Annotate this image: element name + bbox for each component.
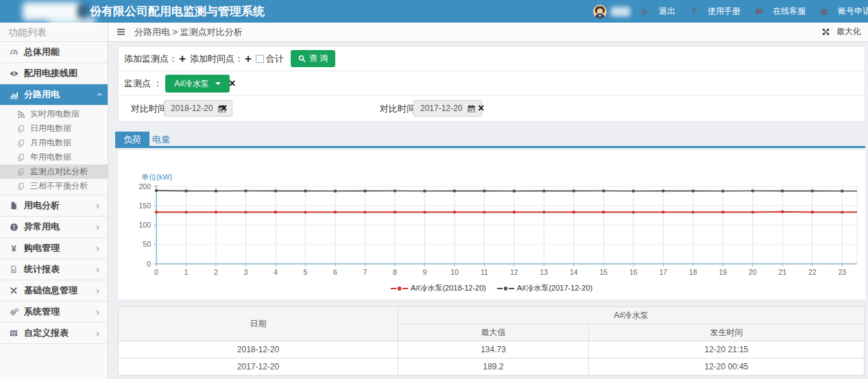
row-max-value: 189.2	[398, 358, 589, 376]
sidebar-item-custom-report[interactable]: 自定义报表›	[0, 323, 108, 344]
sidebar-subitem-monthly-data[interactable]: 月用电数据	[0, 136, 108, 150]
svg-text:15: 15	[599, 268, 607, 276]
svg-text:100: 100	[138, 221, 151, 229]
comparison-line-chart: 0501001502000123456789101112131415161718…	[118, 150, 865, 299]
copy-icon	[16, 168, 26, 176]
sidebar-subitem-daily-data[interactable]: 日用电数据	[0, 121, 108, 136]
table-header-time: 发生时间	[589, 324, 865, 341]
remove-compare-date-2-button[interactable]: ×	[478, 103, 484, 114]
svg-text:6: 6	[333, 268, 337, 276]
sidebar-item-wiring-diagram[interactable]: 配用电接线图	[0, 63, 108, 84]
filter-row-monitor: 监测点 ： A#冷水泵 ×	[119, 71, 865, 96]
file-icon	[8, 201, 19, 210]
chevron-up-icon: ›	[94, 93, 105, 97]
svg-text:5: 5	[304, 268, 308, 276]
briefcase-icon	[819, 8, 830, 16]
app-root: 份有限公司配用电监测与管理系统 退出?使用手册在线客服账号申请 功能列表 总体用…	[0, 0, 868, 379]
tab-energy[interactable]: 电量	[144, 132, 178, 148]
sidebar-item-branch-power[interactable]: 分路用电›	[0, 84, 108, 106]
sidebar-item-abnormal-power[interactable]: 异常用电›	[0, 217, 108, 238]
svg-text:0: 0	[147, 260, 151, 268]
table-header-date: 日期	[119, 307, 398, 341]
sidebar-item-label: 用电分析	[24, 199, 60, 212]
sidebar-item-overall-energy[interactable]: 总体用能	[0, 42, 108, 63]
user-nav: 退出?使用手册在线客服账号申请	[593, 0, 868, 23]
sidebar-submenu-branch-power: 实时用电数据日用电数据月用电数据年用电数据监测点对比分析三相不平衡分析	[0, 106, 108, 195]
maximize-button[interactable]: 最大化	[821, 26, 861, 38]
copy-icon	[16, 139, 26, 147]
sidebar-item-stats-report[interactable]: 统计报表›	[0, 259, 108, 280]
legend-item[interactable]: A#冷水泵(2017-12-20)	[497, 283, 592, 293]
hamburger-menu-icon[interactable]	[116, 28, 125, 36]
chevron-right-icon: ›	[96, 306, 99, 317]
grid-icon	[8, 329, 19, 337]
legend-label: A#冷水泵(2018-12-20)	[411, 283, 486, 293]
top-header: 份有限公司配用电监测与管理系统 退出?使用手册在线客服账号申请	[0, 0, 868, 23]
sidebar-item-system-mgmt[interactable]: 系统管理›	[0, 302, 108, 323]
sidebar-item-label: 购电管理	[24, 242, 60, 254]
svg-text:0: 0	[154, 268, 158, 276]
svg-text:16: 16	[629, 268, 638, 276]
query-button[interactable]: 查 询	[291, 50, 335, 67]
nav-online-service[interactable]: 在线客服	[754, 5, 806, 17]
svg-text:2: 2	[214, 268, 218, 276]
sidebar-subitem-label: 年用电数据	[30, 151, 71, 163]
eye-icon	[8, 69, 19, 78]
add-time-label: 添加时间点：	[190, 53, 243, 65]
add-monitor-plus-button[interactable]: +	[179, 53, 186, 64]
chart-panel: 单位(kW) 050100150200012345678910111213141…	[118, 150, 865, 299]
remove-compare-date-1-button[interactable]: ×	[221, 103, 227, 114]
copy-icon	[16, 182, 26, 191]
sidebar-item-power-analysis[interactable]: 用电分析›	[0, 195, 108, 217]
chevron-right-icon: ›	[96, 285, 99, 296]
user-avatar[interactable]	[593, 5, 607, 19]
nav-online-service-label: 在线客服	[773, 5, 806, 17]
sidebar-subitem-realtime-data[interactable]: 实时用电数据	[0, 107, 108, 121]
nav-manual[interactable]: ?使用手册	[688, 5, 740, 17]
monitor-point-dropdown[interactable]: A#冷水泵	[165, 75, 230, 93]
compare-date-input-2[interactable]: 2017-12-20	[413, 100, 482, 117]
filter-row-add: 添加监测点： + 添加时间点： + 合计 查 询	[119, 47, 865, 71]
sidebar-item-basic-info-mgmt[interactable]: 基础信息管理›	[0, 280, 108, 302]
chevron-right-icon: ›	[96, 243, 99, 254]
maximize-icon	[821, 28, 830, 36]
add-time-plus-button[interactable]: +	[245, 53, 252, 64]
legend-label: A#冷水泵(2017-12-20)	[517, 283, 592, 293]
sum-checkbox-label: 合计	[266, 53, 284, 65]
add-monitor-label: 添加监测点：	[124, 53, 178, 65]
nav-logout[interactable]: 退出	[640, 5, 675, 17]
sidebar-subitem-label: 月用电数据	[30, 137, 71, 149]
chart-legend: A#冷水泵(2018-12-20)A#冷水泵(2017-12-20)	[118, 283, 865, 293]
sum-checkbox[interactable]	[256, 55, 264, 63]
chevron-right-icon: ›	[96, 328, 99, 339]
nav-account-apply[interactable]: 账号申请	[819, 5, 868, 17]
sidebar-subitem-monitor-compare[interactable]: 监测点对比分析	[0, 164, 108, 179]
svg-text:4: 4	[274, 268, 278, 276]
sidebar-subitem-three-phase[interactable]: 三相不平衡分析	[0, 179, 108, 193]
monitor-point-value: A#冷水泵	[174, 78, 209, 90]
row-max-value: 134.73	[398, 341, 589, 358]
row-date: 2017-12-20	[119, 358, 398, 376]
remove-monitor-point-button[interactable]: ×	[229, 78, 235, 89]
chevron-right-icon: ›	[96, 221, 99, 232]
row-date: 2018-12-20	[119, 341, 398, 358]
comparison-table: 日期 A#冷水泵 最大值 发生时间 2018-12-20134.7312-20 …	[118, 306, 865, 376]
company-logo-blur-smear	[48, 16, 96, 25]
gauge-icon	[8, 48, 19, 57]
calendar-icon[interactable]	[467, 105, 475, 112]
svg-text:11: 11	[481, 268, 488, 276]
app-title: 份有限公司配用电监测与管理系统	[90, 0, 265, 23]
rss-icon	[16, 110, 26, 119]
svg-text:8: 8	[393, 268, 397, 276]
sidebar: 功能列表 总体用能配用电接线图分路用电›实时用电数据日用电数据月用电数据年用电数…	[0, 23, 108, 379]
question-icon: ?	[688, 8, 699, 16]
sidebar-subitem-label: 日用电数据	[30, 123, 71, 134]
bar-chart-icon	[8, 90, 19, 99]
query-button-label: 查 询	[309, 53, 328, 64]
sidebar-subitem-yearly-data[interactable]: 年用电数据	[0, 150, 108, 164]
username-blurred	[611, 7, 630, 16]
search-icon	[298, 55, 306, 62]
svg-text:19: 19	[719, 268, 727, 276]
legend-item[interactable]: A#冷水泵(2018-12-20)	[391, 283, 486, 293]
sidebar-item-purchase-mgmt[interactable]: ¥购电管理›	[0, 238, 108, 259]
